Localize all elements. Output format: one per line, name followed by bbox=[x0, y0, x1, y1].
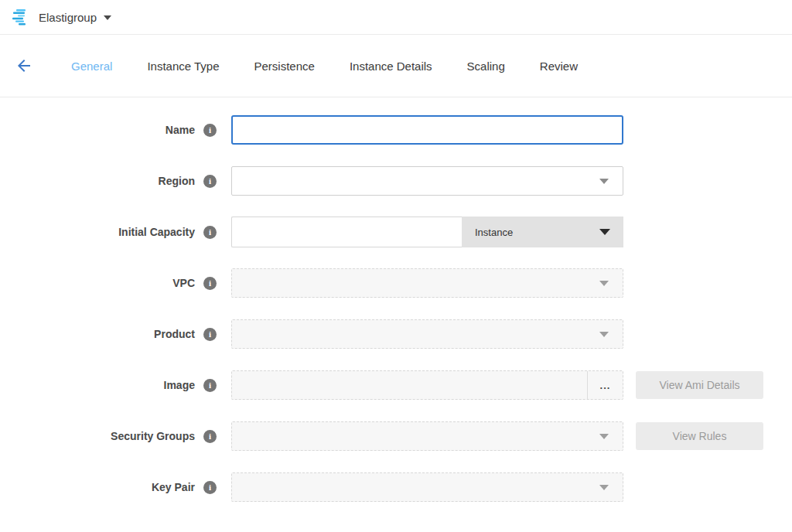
wizard-tabs: General Instance Type Persistence Instan… bbox=[71, 60, 613, 73]
tab-instance-details[interactable]: Instance Details bbox=[350, 60, 432, 73]
chevron-down-icon[interactable] bbox=[104, 15, 111, 20]
chevron-down-icon bbox=[599, 281, 609, 286]
image-label: Image bbox=[0, 379, 195, 391]
security-groups-label: Security Groups bbox=[0, 430, 195, 442]
form-row-security-groups: Security Groups i View Rules bbox=[0, 411, 792, 462]
key-pair-select-disabled bbox=[231, 472, 623, 502]
image-info-icon[interactable]: i bbox=[203, 379, 217, 392]
form-row-initial-capacity: Initial Capacity i Instance bbox=[0, 206, 792, 257]
key-pair-info-icon[interactable]: i bbox=[203, 481, 217, 494]
chevron-down-icon bbox=[599, 179, 609, 184]
form-row-vpc: VPC i bbox=[0, 257, 792, 309]
back-arrow-icon[interactable] bbox=[14, 56, 34, 76]
capacity-unit-value: Instance bbox=[475, 227, 599, 238]
key-pair-label: Key Pair bbox=[0, 481, 195, 493]
chevron-down-icon bbox=[599, 332, 609, 337]
initial-capacity-input[interactable] bbox=[231, 217, 462, 247]
image-picker-disabled: ... bbox=[231, 370, 623, 400]
form-row-region: Region i bbox=[0, 155, 792, 206]
top-bar: Elastigroup bbox=[0, 0, 792, 35]
image-picker-value bbox=[232, 371, 587, 399]
chevron-down-icon bbox=[599, 229, 610, 235]
chevron-down-icon bbox=[599, 485, 609, 490]
product-info-icon[interactable]: i bbox=[203, 328, 217, 341]
chevron-down-icon bbox=[599, 434, 609, 439]
tab-scaling[interactable]: Scaling bbox=[467, 60, 505, 73]
form-row-key-pair: Key Pair i bbox=[0, 462, 792, 513]
wizard-tab-bar: General Instance Type Persistence Instan… bbox=[0, 35, 792, 97]
name-info-icon[interactable]: i bbox=[203, 124, 217, 137]
tab-review[interactable]: Review bbox=[540, 60, 578, 73]
vpc-select-disabled bbox=[231, 268, 623, 298]
product-select-disabled bbox=[231, 319, 623, 349]
tab-instance-type[interactable]: Instance Type bbox=[147, 60, 219, 73]
security-groups-info-icon[interactable]: i bbox=[203, 430, 217, 443]
vpc-label: VPC bbox=[0, 277, 195, 289]
capacity-unit-select[interactable]: Instance bbox=[462, 217, 623, 247]
app-switcher-label[interactable]: Elastigroup bbox=[39, 11, 97, 24]
product-label: Product bbox=[0, 328, 195, 340]
general-settings-form: Name i Region i Initial Capacity i Insta… bbox=[0, 97, 792, 513]
form-row-image: Image i ... View Ami Details bbox=[0, 360, 792, 411]
view-rules-button: View Rules bbox=[636, 422, 763, 450]
tab-general[interactable]: General bbox=[71, 60, 112, 73]
region-info-icon[interactable]: i bbox=[203, 175, 217, 188]
initial-capacity-label: Initial Capacity bbox=[0, 226, 195, 238]
form-row-name: Name i bbox=[0, 104, 792, 155]
view-ami-details-button: View Ami Details bbox=[636, 371, 763, 399]
image-browse-button: ... bbox=[587, 371, 623, 399]
region-select[interactable] bbox=[231, 166, 623, 196]
name-label: Name bbox=[0, 124, 195, 136]
elastigroup-logo-icon bbox=[11, 7, 31, 27]
form-row-product: Product i bbox=[0, 309, 792, 360]
region-label: Region bbox=[0, 175, 195, 187]
tab-persistence[interactable]: Persistence bbox=[254, 60, 315, 73]
vpc-info-icon[interactable]: i bbox=[203, 277, 217, 290]
security-groups-select-disabled bbox=[231, 421, 623, 451]
name-input[interactable] bbox=[231, 115, 623, 145]
initial-capacity-info-icon[interactable]: i bbox=[203, 226, 217, 239]
